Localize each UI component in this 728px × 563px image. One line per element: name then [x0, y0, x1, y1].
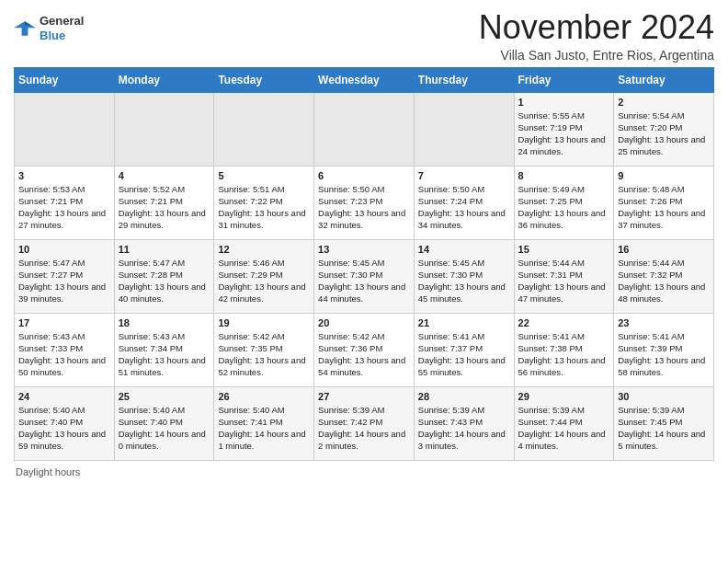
- col-wednesday: Wednesday: [314, 67, 415, 92]
- calendar-cell: [414, 92, 514, 166]
- day-number: 21: [418, 317, 510, 328]
- day-info: Sunrise: 5:42 AM Sunset: 7:35 PM Dayligh…: [218, 330, 310, 379]
- calendar-cell: 7Sunrise: 5:50 AM Sunset: 7:24 PM Daylig…: [414, 166, 514, 239]
- day-number: 23: [618, 317, 710, 328]
- logo: General Blue: [14, 14, 84, 42]
- day-number: 28: [418, 391, 510, 402]
- logo-general: General: [40, 14, 84, 29]
- day-info: Sunrise: 5:41 AM Sunset: 7:39 PM Dayligh…: [618, 330, 710, 379]
- day-number: 22: [518, 317, 610, 328]
- calendar-cell: 6Sunrise: 5:50 AM Sunset: 7:23 PM Daylig…: [314, 166, 415, 239]
- calendar-cell: 22Sunrise: 5:41 AM Sunset: 7:38 PM Dayli…: [514, 313, 614, 386]
- day-info: Sunrise: 5:47 AM Sunset: 7:27 PM Dayligh…: [18, 257, 110, 305]
- calendar-cell: 28Sunrise: 5:39 AM Sunset: 7:43 PM Dayli…: [414, 386, 514, 460]
- calendar-cell: 18Sunrise: 5:43 AM Sunset: 7:34 PM Dayli…: [114, 313, 214, 386]
- day-number: 26: [218, 391, 310, 402]
- day-number: 7: [418, 170, 510, 181]
- calendar-cell: 16Sunrise: 5:44 AM Sunset: 7:32 PM Dayli…: [614, 239, 714, 313]
- day-info: Sunrise: 5:50 AM Sunset: 7:23 PM Dayligh…: [318, 183, 410, 232]
- day-info: Sunrise: 5:43 AM Sunset: 7:33 PM Dayligh…: [18, 330, 110, 379]
- day-number: 19: [218, 317, 310, 328]
- calendar-cell: 9Sunrise: 5:48 AM Sunset: 7:26 PM Daylig…: [614, 166, 714, 239]
- day-number: 20: [318, 317, 410, 328]
- col-friday: Friday: [514, 67, 614, 92]
- day-number: 11: [119, 244, 210, 255]
- header-row: Sunday Monday Tuesday Wednesday Thursday…: [15, 67, 714, 92]
- day-info: Sunrise: 5:49 AM Sunset: 7:25 PM Dayligh…: [518, 183, 610, 232]
- title-block: November 2024 Villa San Justo, Entre Rio…: [479, 9, 714, 63]
- logo-icon: [14, 19, 36, 38]
- day-number: 5: [218, 170, 310, 181]
- calendar-cell: 5Sunrise: 5:51 AM Sunset: 7:22 PM Daylig…: [214, 166, 314, 239]
- day-number: 17: [18, 317, 110, 328]
- day-info: Sunrise: 5:50 AM Sunset: 7:24 PM Dayligh…: [418, 183, 510, 232]
- day-info: Sunrise: 5:43 AM Sunset: 7:34 PM Dayligh…: [119, 330, 210, 379]
- day-number: 30: [618, 391, 710, 402]
- calendar-cell: 27Sunrise: 5:39 AM Sunset: 7:42 PM Dayli…: [314, 386, 415, 460]
- col-monday: Monday: [114, 67, 214, 92]
- calendar-week-2: 3Sunrise: 5:53 AM Sunset: 7:21 PM Daylig…: [15, 166, 714, 239]
- calendar-cell: 26Sunrise: 5:40 AM Sunset: 7:41 PM Dayli…: [214, 386, 314, 460]
- day-number: 16: [618, 244, 710, 255]
- day-info: Sunrise: 5:39 AM Sunset: 7:45 PM Dayligh…: [618, 404, 710, 453]
- calendar-cell: 12Sunrise: 5:46 AM Sunset: 7:29 PM Dayli…: [214, 239, 314, 313]
- day-info: Sunrise: 5:39 AM Sunset: 7:44 PM Dayligh…: [518, 404, 610, 453]
- calendar-cell: [314, 92, 415, 166]
- col-saturday: Saturday: [614, 67, 714, 92]
- calendar-cell: [15, 92, 115, 166]
- day-info: Sunrise: 5:44 AM Sunset: 7:31 PM Dayligh…: [518, 257, 610, 305]
- calendar-cell: 1Sunrise: 5:55 AM Sunset: 7:19 PM Daylig…: [514, 92, 614, 166]
- day-info: Sunrise: 5:40 AM Sunset: 7:40 PM Dayligh…: [119, 404, 210, 453]
- calendar-cell: 30Sunrise: 5:39 AM Sunset: 7:45 PM Dayli…: [614, 386, 714, 460]
- col-thursday: Thursday: [414, 67, 514, 92]
- day-number: 8: [518, 170, 610, 181]
- calendar-cell: 3Sunrise: 5:53 AM Sunset: 7:21 PM Daylig…: [15, 166, 115, 239]
- calendar-week-3: 10Sunrise: 5:47 AM Sunset: 7:27 PM Dayli…: [15, 239, 714, 313]
- day-number: 25: [119, 391, 210, 402]
- calendar-cell: 19Sunrise: 5:42 AM Sunset: 7:35 PM Dayli…: [214, 313, 314, 386]
- day-number: 3: [18, 170, 110, 181]
- day-number: 29: [518, 391, 610, 402]
- day-number: 9: [618, 170, 710, 181]
- page-header: General Blue November 2024 Villa San Jus…: [14, 9, 714, 63]
- day-number: 13: [318, 244, 410, 255]
- day-info: Sunrise: 5:39 AM Sunset: 7:43 PM Dayligh…: [418, 404, 510, 453]
- calendar-cell: 10Sunrise: 5:47 AM Sunset: 7:27 PM Dayli…: [15, 239, 115, 313]
- daylight-label: Daylight hours: [16, 466, 80, 477]
- day-info: Sunrise: 5:51 AM Sunset: 7:22 PM Dayligh…: [218, 183, 310, 232]
- location: Villa San Justo, Entre Rios, Argentina: [479, 48, 714, 63]
- day-number: 14: [418, 244, 510, 255]
- day-number: 27: [318, 391, 410, 402]
- calendar-week-1: 1Sunrise: 5:55 AM Sunset: 7:19 PM Daylig…: [15, 92, 714, 166]
- col-tuesday: Tuesday: [214, 67, 314, 92]
- calendar-table: Sunday Monday Tuesday Wednesday Thursday…: [14, 67, 714, 461]
- month-title: November 2024: [479, 9, 714, 46]
- day-info: Sunrise: 5:46 AM Sunset: 7:29 PM Dayligh…: [218, 257, 310, 305]
- calendar-cell: 17Sunrise: 5:43 AM Sunset: 7:33 PM Dayli…: [15, 313, 115, 386]
- calendar-cell: 25Sunrise: 5:40 AM Sunset: 7:40 PM Dayli…: [114, 386, 214, 460]
- calendar-week-5: 24Sunrise: 5:40 AM Sunset: 7:40 PM Dayli…: [15, 386, 714, 460]
- calendar-body: 1Sunrise: 5:55 AM Sunset: 7:19 PM Daylig…: [15, 92, 714, 460]
- day-info: Sunrise: 5:44 AM Sunset: 7:32 PM Dayligh…: [618, 257, 710, 305]
- day-number: 6: [318, 170, 410, 181]
- day-info: Sunrise: 5:48 AM Sunset: 7:26 PM Dayligh…: [618, 183, 710, 232]
- day-info: Sunrise: 5:55 AM Sunset: 7:19 PM Dayligh…: [518, 109, 610, 158]
- day-number: 1: [518, 97, 610, 108]
- day-info: Sunrise: 5:41 AM Sunset: 7:38 PM Dayligh…: [518, 330, 610, 379]
- day-info: Sunrise: 5:53 AM Sunset: 7:21 PM Dayligh…: [18, 183, 110, 232]
- day-number: 4: [119, 170, 210, 181]
- day-number: 24: [18, 391, 110, 402]
- calendar-cell: 13Sunrise: 5:45 AM Sunset: 7:30 PM Dayli…: [314, 239, 415, 313]
- day-info: Sunrise: 5:40 AM Sunset: 7:41 PM Dayligh…: [218, 404, 310, 453]
- footer-note: Daylight hours: [14, 466, 714, 477]
- calendar-cell: 15Sunrise: 5:44 AM Sunset: 7:31 PM Dayli…: [514, 239, 614, 313]
- calendar-cell: 2Sunrise: 5:54 AM Sunset: 7:20 PM Daylig…: [614, 92, 714, 166]
- day-info: Sunrise: 5:39 AM Sunset: 7:42 PM Dayligh…: [318, 404, 410, 453]
- calendar-cell: 8Sunrise: 5:49 AM Sunset: 7:25 PM Daylig…: [514, 166, 614, 239]
- calendar-cell: 4Sunrise: 5:52 AM Sunset: 7:21 PM Daylig…: [114, 166, 214, 239]
- calendar-week-4: 17Sunrise: 5:43 AM Sunset: 7:33 PM Dayli…: [15, 313, 714, 386]
- calendar-cell: 24Sunrise: 5:40 AM Sunset: 7:40 PM Dayli…: [15, 386, 115, 460]
- logo-blue: Blue: [40, 29, 84, 43]
- day-info: Sunrise: 5:52 AM Sunset: 7:21 PM Dayligh…: [119, 183, 210, 232]
- calendar-cell: 14Sunrise: 5:45 AM Sunset: 7:30 PM Dayli…: [414, 239, 514, 313]
